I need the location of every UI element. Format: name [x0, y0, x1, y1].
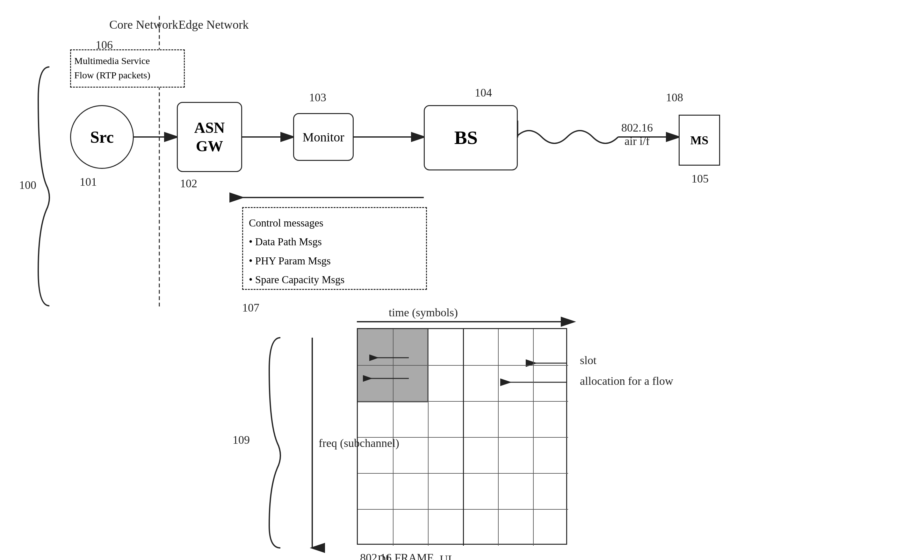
- ref-105: 105: [692, 172, 709, 186]
- ref-107: 107: [242, 301, 260, 314]
- time-symbols-label: time (symbols): [389, 306, 458, 319]
- ref-100: 100: [19, 178, 36, 192]
- core-network-label: Core Network: [109, 18, 178, 31]
- ref-101: 101: [80, 175, 97, 189]
- multimedia-text: Multimedia Service Flow (RTP packets): [74, 54, 181, 82]
- ul-label: UL: [440, 553, 455, 560]
- ref-102: 102: [180, 177, 197, 190]
- allocation-label: allocation for a flow: [580, 374, 673, 388]
- frame-grid: [357, 328, 567, 545]
- ms-node: MS: [679, 115, 720, 166]
- ms-label: MS: [690, 133, 709, 147]
- src-node: Src: [70, 105, 134, 169]
- bs-node: BS: [424, 105, 518, 171]
- air-if-label: 802.16 air i/f: [621, 121, 653, 148]
- slot-label: slot: [580, 353, 597, 367]
- monitor-node: Monitor: [293, 113, 354, 161]
- asn-gw-label: ASNGW: [194, 118, 225, 155]
- ref-108: 108: [666, 91, 683, 104]
- ref-109: 109: [232, 433, 250, 446]
- monitor-label: Monitor: [302, 130, 344, 145]
- bs-label: BS: [454, 127, 478, 149]
- ref-103: 103: [309, 91, 326, 104]
- ref-104: 104: [475, 86, 492, 99]
- multimedia-box: Multimedia Service Flow (RTP packets): [70, 49, 185, 88]
- edge-network-label: Edge Network: [178, 18, 249, 31]
- control-messages-box: Control messages • Data Path Msgs • PHY …: [242, 207, 427, 290]
- control-messages-text: Control messages • Data Path Msgs • PHY …: [249, 214, 420, 289]
- diagram: 100 Core Network Edge Network 106 Multim…: [0, 0, 924, 560]
- asn-gw-node: ASNGW: [177, 102, 242, 172]
- grid-arrows: [358, 329, 428, 402]
- frame-label: 802.16 FRAME: [360, 551, 434, 560]
